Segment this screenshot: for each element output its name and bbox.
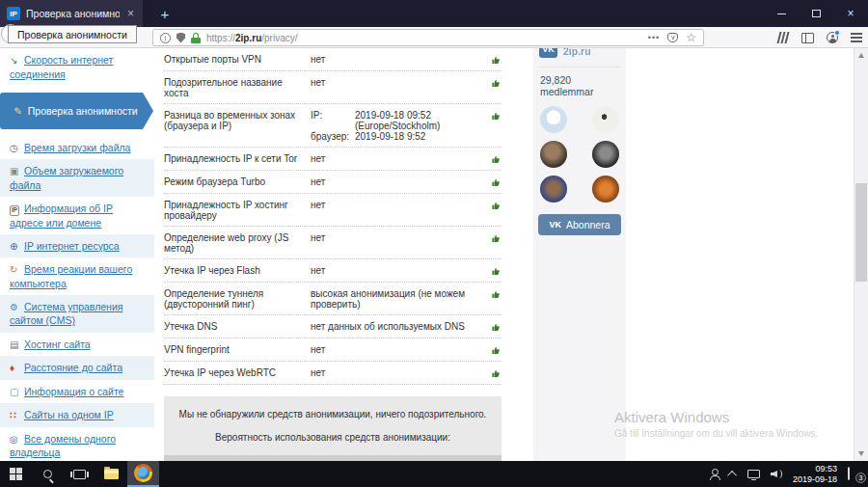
vk-subscribe-button[interactable]: VK Abonnera: [538, 214, 621, 235]
taskbar-clock[interactable]: 09:53 2019-09-18: [793, 464, 837, 484]
anonymity-results-table: Открытые порты VPN нет Подозрительное на…: [164, 48, 502, 487]
close-button[interactable]: ×: [833, 0, 868, 27]
secure-lock-icon[interactable]: [191, 33, 201, 43]
table-row-timezone: Разница во временных зонах (браузера и I…: [164, 104, 502, 148]
sidebar-item-load-time[interactable]: ◷Время загрузки файла: [0, 136, 154, 160]
pocket-icon[interactable]: ∨: [667, 33, 678, 42]
table-row: Утечка IP через Flash нет: [164, 259, 502, 283]
library-icon[interactable]: [777, 32, 789, 43]
bookmark-star-icon[interactable]: ☆: [686, 31, 696, 44]
taskbar-tray: 09:53 2019-09-18 3: [709, 461, 865, 487]
url-bar[interactable]: i https://2ip.ru/privacy/ ••• ∨ ☆: [152, 29, 704, 46]
url-actions: ••• ∨ ☆: [648, 31, 696, 44]
table-row: Утечка DNS нет данных об используемых DN…: [164, 315, 502, 338]
member-avatar[interactable]: [592, 141, 619, 168]
sidebar-item-download-size[interactable]: ▣Объем загружаемого файла: [0, 159, 154, 197]
vk-members-count[interactable]: 29,820 medlemmar: [533, 68, 626, 99]
anonymity-check-icon: ✎: [14, 104, 22, 118]
windows-logo-icon: [10, 468, 22, 480]
table-row: Определение туннеля (двусторонний пинг) …: [164, 283, 502, 315]
action-center-button[interactable]: 3: [848, 468, 862, 480]
sidebar-item-ip-info[interactable]: IPИнформация об IP адресе или домене: [0, 197, 154, 234]
folder-icon: [104, 469, 119, 479]
task-view-button[interactable]: [64, 461, 95, 487]
sidebar-item-ip-resource[interactable]: ⊕IP интернет ресурса: [0, 234, 154, 258]
owner-domains-icon: ◎: [10, 433, 24, 446]
sidebar-item-same-ip[interactable]: ∷Сайты на одном IP: [0, 403, 154, 427]
thumbs-up-icon: [486, 110, 502, 122]
member-avatar[interactable]: [592, 176, 619, 203]
page-actions-icon[interactable]: •••: [648, 33, 660, 42]
thumbs-up-icon: [486, 232, 502, 244]
sidebar-item-owner-domains[interactable]: ◎Все домены одного владельца: [0, 427, 154, 461]
thumbs-up-icon: [486, 200, 502, 211]
thumbs-up-icon: [486, 176, 502, 188]
sidebar-toggle-icon[interactable]: [801, 33, 814, 43]
cms-gear-icon: ⚙: [10, 301, 24, 314]
sidebar-item-hosting[interactable]: ▤Хостинг сайта: [0, 333, 154, 357]
thumbs-up-icon: [486, 54, 502, 66]
site-info-icon: ▢: [10, 386, 24, 399]
new-tab-button[interactable]: +: [152, 0, 177, 27]
menu-hamburger-icon[interactable]: [851, 33, 862, 42]
taskbar-search-button[interactable]: [32, 461, 64, 487]
summary-line2: Вероятность использования средств аноним…: [164, 432, 502, 443]
thumbs-up-icon: [486, 344, 502, 356]
browser-tab[interactable]: IP Проверка анонимности ×: [0, 0, 143, 27]
vk-button-logo-icon: VK: [549, 220, 561, 230]
ip-info-icon: IP: [10, 205, 19, 216]
toolbar-icons: [777, 29, 862, 46]
search-icon: [43, 470, 52, 478]
speaker-icon[interactable]: [771, 469, 782, 479]
clock-icon: ◷: [10, 142, 24, 155]
thumbs-up-icon: [486, 321, 502, 333]
minimize-button[interactable]: [764, 0, 799, 27]
vk-widget-header: VK 2ip.ru: [533, 48, 626, 64]
table-row: Определение web proxy (JS метод) нет: [164, 227, 502, 259]
account-icon[interactable]: [827, 32, 838, 43]
sidebar-item-distance[interactable]: ♦Расстояние до сайта: [0, 356, 154, 380]
member-avatar[interactable]: [540, 176, 567, 203]
page-scrollbar[interactable]: [854, 48, 868, 461]
tracking-shield-icon[interactable]: [176, 33, 185, 43]
tab-close-icon[interactable]: ×: [125, 7, 136, 20]
tray-chevron-up-icon[interactable]: [727, 471, 737, 480]
member-avatar[interactable]: [540, 141, 567, 168]
scrollbar-thumb[interactable]: [855, 183, 867, 282]
people-icon[interactable]: [709, 469, 719, 479]
member-avatar[interactable]: [592, 106, 619, 133]
vk-logo-icon: VK: [539, 48, 557, 58]
hosting-icon: ▤: [10, 338, 24, 352]
same-ip-sites-icon: ∷: [10, 409, 24, 422]
page-info-icon[interactable]: i: [160, 33, 171, 43]
account-notification-dot: [834, 30, 840, 36]
sidebar-item-cms[interactable]: ⚙Система управления сайтом (CMS): [0, 295, 154, 333]
download-size-icon: ▣: [10, 165, 24, 178]
start-button[interactable]: [0, 461, 32, 487]
sidebar-item-site-info[interactable]: ▢Информация о сайте: [0, 380, 154, 404]
tab-title: Проверка анонимности: [26, 8, 120, 19]
activate-windows-watermark: Aktivera Windows Gå till Inställningar o…: [614, 409, 865, 439]
file-explorer-button[interactable]: [95, 461, 127, 487]
ip-resource-icon: ⊕: [10, 240, 24, 254]
thumbs-up-icon: [486, 288, 502, 300]
vk-community-widget: VK 2ip.ru 29,820 medlemmar VK Abonnera: [533, 48, 626, 461]
firefox-taskbar-button[interactable]: [127, 461, 159, 487]
speed-icon: ↘: [10, 54, 24, 68]
scroll-up-icon[interactable]: [858, 53, 864, 58]
sidebar-item-speed[interactable]: ↘Скорость интернет соединения: [0, 48, 154, 86]
sidebar-item-reaction-time[interactable]: ↻Время реакции вашего компьютера: [0, 257, 154, 295]
sidebar-item-anonymity-active[interactable]: ✎Проверка анонимности: [0, 93, 143, 129]
network-icon[interactable]: [747, 470, 760, 478]
url-text[interactable]: https://2ip.ru/privacy/: [206, 33, 642, 43]
notification-badge: 3: [855, 473, 866, 483]
window-controls: ×: [764, 0, 868, 27]
vk-group-name[interactable]: 2ip.ru: [563, 48, 591, 57]
back-tooltip: Проверка анонимности: [8, 25, 137, 43]
scroll-down-icon[interactable]: [858, 451, 864, 456]
notification-icon: [848, 467, 850, 480]
site-favicon-icon: IP: [7, 7, 20, 20]
maximize-button[interactable]: [799, 0, 833, 27]
member-avatar[interactable]: [540, 106, 567, 133]
map-pin-icon: ♦: [10, 362, 24, 375]
